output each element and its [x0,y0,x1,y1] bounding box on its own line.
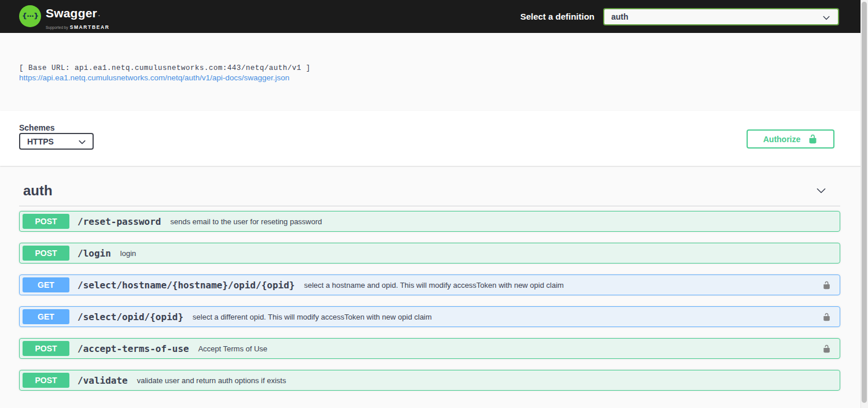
operation-path: /login [77,248,111,259]
chevron-down-icon [77,138,87,149]
method-badge: POST [23,373,69,388]
method-badge: POST [23,341,69,356]
base-url: [ Base URL: api.ea1.netq.cumulusnetworks… [19,64,311,72]
operations-list: POST /reset-password sends email to the … [19,206,840,391]
authorize-label: Authorize [763,135,801,144]
operation-path: /select/hostname/{hostname}/opid/{opid} [77,280,295,291]
operation-summary: select a hostname and opid. This will mo… [304,281,564,290]
logo-text-block: Swagger . Supported bySMARTBEAR [46,5,109,31]
topbar: {···} Swagger . Supported bySMARTBEAR Se… [0,0,868,33]
operation-row[interactable]: POST /accept-terms-of-use Accept Terms o… [19,338,840,359]
schemes-select[interactable]: HTTPS [19,133,94,150]
swagger-logo-icon: {···} [19,5,41,27]
definition-label: Select a definition [520,12,594,21]
operation-path: /reset-password [77,216,161,227]
tag-header[interactable]: auth [19,166,840,206]
schemes-label: Schemes [19,123,54,132]
method-badge: POST [23,246,69,261]
authorize-button[interactable]: Authorize [747,129,834,149]
operation-row[interactable]: POST /reset-password sends email to the … [19,211,840,232]
braces-icon: {···} [22,12,38,21]
method-badge: POST [23,214,69,229]
operation-summary: validate user and return auth options if… [137,376,286,385]
method-badge: GET [23,309,69,324]
operation-row[interactable]: GET /select/opid/{opid} select a differe… [19,306,840,327]
tag-name: auth [23,183,53,199]
tagline-prefix: Supported by [46,25,68,29]
operation-summary: sends email to the user for reseting pas… [171,217,322,226]
operation-summary: Accept Terms of Use [198,344,268,353]
definition-select[interactable]: auth [603,8,839,25]
tagline-brand: SMARTBEAR [70,24,110,30]
info-section: [ Base URL: api.ea1.netq.cumulusnetworks… [0,33,868,111]
swagger-logo: {···} Swagger . Supported bySMARTBEAR [19,5,109,31]
operation-row[interactable]: POST /login login [19,243,840,264]
tagline: Supported bySMARTBEAR [46,21,109,31]
definition-select-value: auth [611,12,629,21]
operation-row[interactable]: POST /validate validate user and return … [19,370,840,391]
chevron-down-icon [822,13,831,25]
schemes-select-value: HTTPS [27,137,54,146]
operation-row[interactable]: GET /select/hostname/{hostname}/opid/{op… [19,275,840,295]
definition-selector: Select a definition auth [520,0,839,33]
collapse-chevron-icon[interactable] [815,184,828,197]
padlock-icon[interactable] [820,310,833,323]
scrollbar-thumb[interactable] [862,2,867,403]
swagger-json-link[interactable]: https://api.ea1.netq.cumulusnetworks.com… [19,73,290,82]
padlock-icon[interactable] [820,342,833,355]
scrollbar-track[interactable] [860,0,868,408]
unlock-icon [808,134,818,144]
operation-path: /validate [77,375,128,386]
method-badge: GET [23,277,69,292]
padlock-icon[interactable] [820,279,833,291]
scheme-container: Schemes HTTPS Authorize [0,111,868,166]
trademark-dot: . [98,13,100,16]
operation-path: /accept-terms-of-use [77,343,189,354]
operation-path: /select/opid/{opid} [77,311,183,322]
tag-section: auth POST /reset-password sends email to… [19,166,840,391]
operation-summary: select a different opid. This will modif… [193,313,432,321]
brand-name: Swagger [46,7,97,20]
operation-summary: login [120,249,136,258]
